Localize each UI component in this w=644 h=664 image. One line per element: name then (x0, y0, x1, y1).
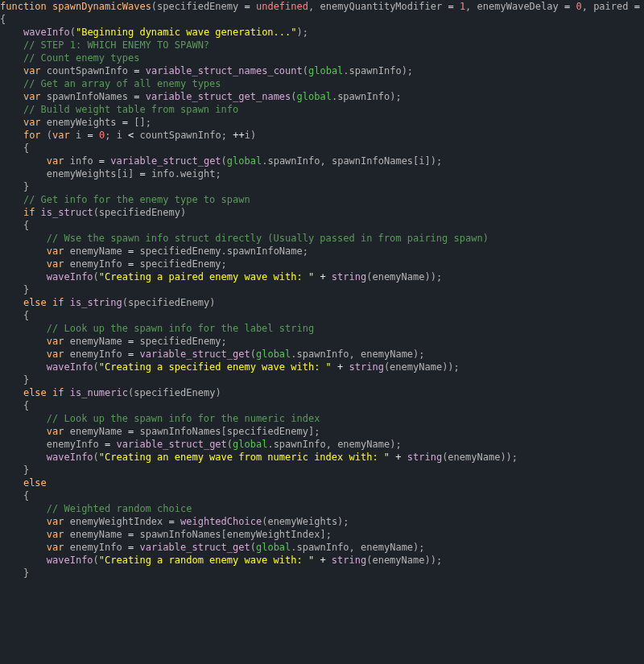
code-line: var enemyWeights = []; (0, 116, 644, 129)
code-line: var spawnInfoNames = variable_struct_get… (0, 90, 644, 103)
code-line: { (0, 13, 644, 26)
code-line: { (0, 219, 644, 232)
code-line: var enemyInfo = variable_struct_get(glob… (0, 348, 644, 361)
code-line: // Weighted random choice (0, 502, 644, 515)
code-line: { (0, 309, 644, 322)
code-line: var enemyName = spawnInfoNames[specified… (0, 425, 644, 438)
code-line: for (var i = 0; i < countSpawnInfo; ++i) (0, 129, 644, 142)
code-line: else if is_numeric(specifiedEnemy) (0, 386, 644, 399)
code-line: // Look up the spawn info for the numeri… (0, 412, 644, 425)
code-line: { (0, 399, 644, 412)
code-line: } (0, 283, 644, 296)
code-line: // Wse the spawn info struct directly (U… (0, 232, 644, 245)
code-line: // Build weight table from spawn info (0, 103, 644, 116)
code-line: enemyWeights[i] = info.weight; (0, 167, 644, 180)
code-line: if is_struct(specifiedEnemy) (0, 206, 644, 219)
code-line: { (0, 489, 644, 502)
code-line: var enemyInfo = specifiedEnemy; (0, 258, 644, 270)
code-line: var countSpawnInfo = variable_struct_nam… (0, 64, 644, 77)
code-line: var enemyName = specifiedEnemy; (0, 335, 644, 348)
code-line: else if is_string(specifiedEnemy) (0, 296, 644, 309)
code-line: } (0, 180, 644, 193)
code-line: enemyInfo = variable_struct_get(global.s… (0, 438, 644, 451)
code-line: // Look up the spawn info for the label … (0, 322, 644, 335)
code-line: var enemyWeightIndex = weightedChoice(en… (0, 515, 644, 528)
code-line: waveInfo("Creating a paired enemy wave w… (0, 270, 644, 283)
code-line: var enemyName = spawnInfoNames[enemyWeig… (0, 528, 644, 541)
code-block: function spawnDynamicWaves(specifiedEnem… (0, 0, 644, 579)
code-line: // Count enemy types (0, 52, 644, 64)
code-editor: function spawnDynamicWaves(specifiedEnem… (0, 0, 644, 579)
code-line: } (0, 464, 644, 476)
code-line: } (0, 567, 644, 579)
code-line: // Get info for the enemy type to spawn (0, 193, 644, 206)
code-line: function spawnDynamicWaves(specifiedEnem… (0, 0, 644, 13)
code-line: waveInfo("Creating a specified enemy wav… (0, 361, 644, 373)
code-line: waveInfo("Creating an enemy wave from nu… (0, 451, 644, 464)
code-line: } (0, 373, 644, 386)
code-line: var info = variable_struct_get(global.sp… (0, 155, 644, 167)
code-line: { (0, 142, 644, 155)
code-line: // Get an array of all enemy types (0, 77, 644, 90)
code-line: else (0, 476, 644, 489)
code-line: var enemyInfo = variable_struct_get(glob… (0, 541, 644, 554)
code-line: var enemyName = specifiedEnemy.spawnInfo… (0, 245, 644, 258)
code-line: waveInfo("Beginning dynamic wave generat… (0, 26, 644, 39)
code-line: waveInfo("Creating a random enemy wave w… (0, 554, 644, 567)
code-line: // STEP 1: WHICH ENEMY TO SPAWN? (0, 39, 644, 52)
